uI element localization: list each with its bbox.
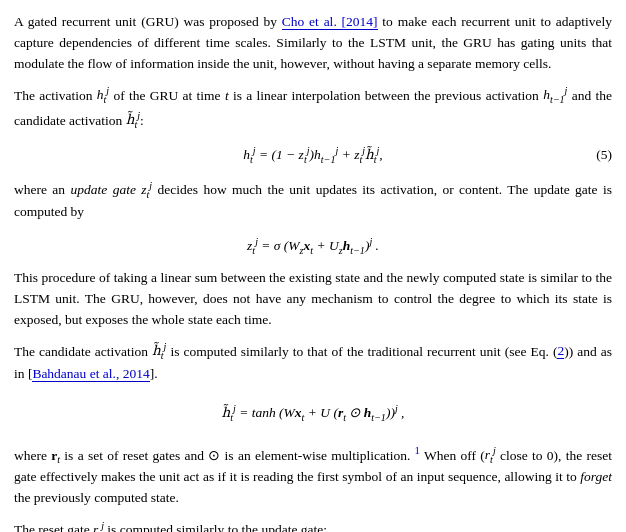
cho-citation[interactable]: Cho et al. [2014] [282, 14, 378, 30]
eq5-number: (5) [596, 144, 612, 165]
equation-update-gate: ztj = σ (Wzxt + Uzht−1)j . [14, 233, 612, 258]
reset-gate-intro-paragraph: The reset gate rtj is computed similarly… [14, 517, 612, 532]
footnote-1: 1 [415, 444, 420, 456]
candidate-activation-paragraph: The candidate activation h̃tj is compute… [14, 339, 612, 385]
intro-paragraph: A gated recurrent unit (GRU) was propose… [14, 12, 612, 75]
eq2-ref[interactable]: 2 [557, 343, 564, 359]
reset-gate-description-paragraph: where rt is a set of reset gates and ⊙ i… [14, 442, 612, 510]
equation-5: htj = (1 − ztj)ht−1j + ztjh̃tj, (5) [14, 143, 612, 168]
bahdanau-citation[interactable]: Bahdanau et al., 2014 [32, 366, 149, 382]
procedure-paragraph: This procedure of taking a linear sum be… [14, 268, 612, 331]
update-gate-paragraph: where an update gate ztj decides how muc… [14, 177, 612, 223]
activation-paragraph: The activation htj of the GRU at time t … [14, 83, 612, 133]
equation-candidate: h̃tj = tanh (Wxt + U (rt ⊙ ht−1))j , [14, 401, 612, 426]
